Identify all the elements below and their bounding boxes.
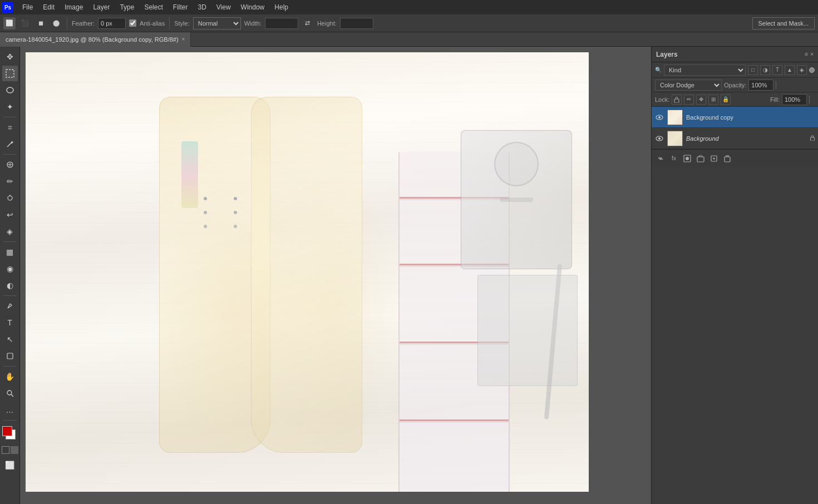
height-input[interactable]: [340, 18, 373, 29]
panel-title: Layers: [656, 51, 678, 58]
right-shoe: [251, 97, 362, 453]
eraser-tool[interactable]: ◈: [2, 224, 18, 239]
lock-pixels-btn[interactable]: ✏: [684, 95, 694, 105]
tab-filename: camera-1840054_1920.jpg @ 80% (Backgroun…: [6, 36, 179, 43]
panel-close-btn[interactable]: ×: [810, 51, 814, 57]
menu-window[interactable]: Window: [236, 2, 269, 12]
width-label: Width:: [244, 20, 262, 27]
svg-point-19: [686, 157, 689, 160]
layers-panel-container: Layers ≡ × 🔍 Kind Name Effect Mode □ ◑ T…: [651, 47, 818, 504]
style-label: Style:: [174, 20, 190, 27]
lock-transparent-btn[interactable]: [672, 95, 682, 105]
menu-select[interactable]: Select: [140, 2, 167, 12]
filter-kind-select[interactable]: Kind Name Effect Mode: [664, 65, 746, 76]
filter-shape-btn[interactable]: ▲: [785, 65, 795, 75]
menu-view[interactable]: View: [212, 2, 235, 12]
fill-stepper[interactable]: [809, 96, 815, 103]
menu-image[interactable]: Image: [60, 2, 87, 12]
tool-marquee-icon[interactable]: ⬜: [3, 17, 16, 29]
tab-bar: camera-1840054_1920.jpg @ 80% (Backgroun…: [0, 32, 818, 47]
panel-expand-btn[interactable]: ≡: [805, 51, 808, 57]
screen-mode-btn[interactable]: ⬜: [2, 457, 18, 473]
marquee-tool[interactable]: [2, 66, 18, 81]
canvas-area[interactable]: [20, 47, 651, 504]
svg-line-11: [11, 394, 13, 397]
lock-position-btn[interactable]: ✥: [696, 95, 706, 105]
layer-visibility-bg-copy[interactable]: [655, 113, 664, 122]
menu-filter[interactable]: Filter: [169, 2, 193, 12]
brush-tool[interactable]: ✏: [2, 174, 18, 189]
quick-mask-buttons: [2, 446, 18, 454]
opacity-stepper[interactable]: [776, 81, 781, 89]
feather-input[interactable]: [98, 18, 126, 29]
magic-wand-tool[interactable]: ✦: [2, 99, 18, 115]
tool-marquee3-icon[interactable]: ◼: [35, 17, 47, 29]
menu-3d[interactable]: 3D: [193, 2, 210, 12]
menu-layer[interactable]: Layer: [88, 2, 114, 12]
color-swatches[interactable]: [1, 425, 19, 444]
add-mask-btn[interactable]: [682, 153, 693, 164]
path-select-tool[interactable]: ↖: [2, 332, 18, 347]
blur-tool[interactable]: ◉: [2, 261, 18, 276]
new-group-btn[interactable]: [695, 153, 706, 164]
menu-help[interactable]: Help: [270, 2, 293, 12]
new-layer-btn[interactable]: [708, 153, 720, 164]
layer-item-bg-copy[interactable]: Background copy: [652, 107, 818, 128]
swap-icon[interactable]: ⇄: [302, 17, 314, 29]
zoom-tool[interactable]: [2, 386, 18, 401]
filter-type-btn[interactable]: T: [772, 65, 782, 75]
menu-type[interactable]: Type: [115, 2, 139, 12]
lasso-tool[interactable]: [2, 82, 18, 98]
left-toolbar: ✥ ✦ ⌗ ✏ ↩ ◈ ▦ ◉ ◐ T ↖: [0, 47, 20, 504]
layer-visibility-bg[interactable]: [655, 134, 664, 143]
fx-btn[interactable]: fx: [668, 153, 679, 164]
document-tab[interactable]: camera-1840054_1920.jpg @ 80% (Backgroun…: [0, 32, 191, 47]
dodge-tool[interactable]: ◐: [2, 278, 18, 293]
layer-item-bg[interactable]: Background: [652, 128, 818, 149]
pen-tool[interactable]: [2, 298, 18, 314]
panel-header-controls: ≡ ×: [805, 51, 814, 57]
tool-marquee2-icon[interactable]: ⬛: [19, 17, 31, 29]
menu-file[interactable]: File: [18, 2, 37, 12]
anti-alias-checkbox[interactable]: [129, 19, 136, 27]
history-brush-tool[interactable]: ↩: [2, 207, 18, 223]
layers-lock-row: Lock: ✏ ✥ ⊞ 🔒 Fill:: [652, 92, 818, 107]
quick-mask-btn[interactable]: [11, 446, 18, 454]
hand-tool[interactable]: ✋: [2, 369, 18, 384]
shape-tool[interactable]: [2, 348, 18, 364]
eyedropper-tool[interactable]: [2, 136, 18, 152]
standard-mode-btn[interactable]: [2, 446, 9, 454]
tab-close-button[interactable]: ×: [182, 36, 185, 42]
width-input[interactable]: [265, 18, 298, 29]
options-bar: ⬜ ⬛ ◼ ⬤ Feather: Anti-alias Style: Norma…: [0, 14, 818, 32]
foreground-color-swatch[interactable]: [2, 426, 12, 436]
delete-layer-btn[interactable]: [722, 153, 733, 164]
tool-sep3: [3, 241, 17, 242]
tool-marquee4-icon[interactable]: ⬤: [50, 17, 62, 29]
canvas-content: [26, 52, 589, 492]
search-icon: 🔍: [655, 67, 662, 73]
more-tools[interactable]: …: [2, 402, 18, 418]
svg-point-10: [7, 391, 12, 395]
filter-adjustment-btn[interactable]: ◑: [760, 65, 770, 75]
filter-smart-btn[interactable]: ◈: [797, 65, 807, 75]
crop-tool[interactable]: ⌗: [2, 120, 18, 135]
fill-label: Fill:: [770, 96, 780, 103]
type-tool[interactable]: T: [2, 315, 18, 330]
shoe-laces: [198, 197, 243, 308]
fill-input[interactable]: [782, 94, 807, 105]
opacity-input[interactable]: [748, 80, 773, 91]
healing-brush-tool[interactable]: [2, 157, 18, 172]
filter-pixel-btn[interactable]: □: [748, 65, 758, 75]
clone-stamp-tool[interactable]: [2, 190, 18, 206]
filter-toggle-btn[interactable]: [809, 67, 815, 73]
menu-edit[interactable]: Edit: [38, 2, 59, 12]
lock-all-btn[interactable]: 🔒: [721, 95, 731, 105]
lock-artboards-btn[interactable]: ⊞: [708, 95, 718, 105]
blend-mode-select[interactable]: Color Dodge Normal Multiply Screen Overl…: [655, 80, 722, 91]
link-layers-btn[interactable]: [655, 153, 666, 164]
gradient-tool[interactable]: ▦: [2, 244, 18, 260]
select-mask-button[interactable]: Select and Mask...: [752, 17, 815, 29]
style-select[interactable]: Normal Fixed Ratio Fixed Size: [193, 17, 241, 29]
move-tool[interactable]: ✥: [2, 49, 18, 65]
